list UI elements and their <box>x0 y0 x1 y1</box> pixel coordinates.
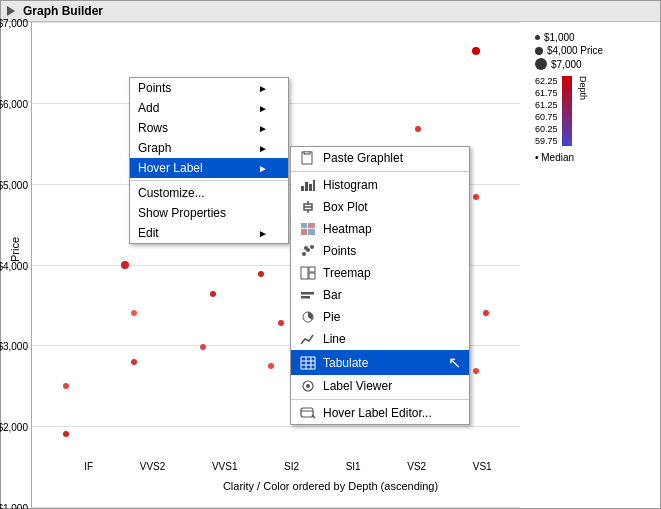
paste-graphlet-icon <box>299 150 317 166</box>
x-tick-SI1: SI1 <box>346 461 361 472</box>
collapse-icon[interactable] <box>7 5 19 17</box>
y-axis-label: Price <box>6 52 24 448</box>
svg-rect-31 <box>301 408 313 417</box>
submenu-item-pie[interactable]: Pie <box>291 306 469 328</box>
x-tick-VVS1: VVS1 <box>212 461 238 472</box>
menu-label-show-properties: Show Properties <box>138 206 226 220</box>
label-viewer-icon <box>299 378 317 394</box>
submenu-label-treemap: Treemap <box>323 266 371 280</box>
submenu-item-treemap[interactable]: Treemap <box>291 262 469 284</box>
heatmap-icon <box>299 221 317 237</box>
legend-price-7000: $7,000 <box>551 59 582 70</box>
window-title: Graph Builder <box>23 4 103 18</box>
submenu-item-points[interactable]: Points <box>291 240 469 262</box>
legend-gradient-labels: 62.25 61.75 61.25 60.75 60.25 59.75 <box>535 76 558 146</box>
svg-rect-22 <box>301 296 310 299</box>
submenu-label-heatmap: Heatmap <box>323 222 372 236</box>
menu-item-hover-label[interactable]: Hover Label ► <box>130 158 288 178</box>
menu-label-graph: Graph <box>138 141 171 155</box>
treemap-icon <box>299 265 317 281</box>
menu-label-points: Points <box>138 81 171 95</box>
chart-area: Median(Price) vs. Clarity & Color $7,000… <box>1 22 660 508</box>
title-bar: Graph Builder <box>1 1 660 22</box>
x-tick-VVS2: VVS2 <box>140 461 166 472</box>
submenu-separator-2 <box>291 399 469 400</box>
menu-item-add[interactable]: Add ► <box>130 98 288 118</box>
svg-rect-1 <box>304 151 310 154</box>
svg-rect-4 <box>309 184 312 191</box>
legend-price-1000: $1,000 <box>544 32 575 43</box>
submenu-item-histogram[interactable]: Histogram <box>291 174 469 196</box>
svg-rect-18 <box>301 267 308 279</box>
legend-gradient-container: 62.25 61.75 61.25 60.75 60.25 59.75 Dept… <box>535 76 655 146</box>
svg-point-30 <box>306 384 310 388</box>
submenu-label-paste-graphlet: Paste Graphlet <box>323 151 403 165</box>
svg-rect-10 <box>301 223 307 228</box>
x-tick-SI2: SI2 <box>284 461 299 472</box>
submenu-label-bar: Bar <box>323 288 342 302</box>
submenu-label-line: Line <box>323 332 346 346</box>
menu-label-add: Add <box>138 101 159 115</box>
submenu-arrow-edit: ► <box>258 228 268 239</box>
svg-rect-5 <box>313 180 315 191</box>
submenu-item-bar[interactable]: Bar <box>291 284 469 306</box>
menu-label-edit: Edit <box>138 226 159 240</box>
submenu-arrow-points: ► <box>258 83 268 94</box>
legend-median-label: • Median <box>535 152 655 163</box>
svg-rect-19 <box>309 267 315 272</box>
cursor-icon: ↖ <box>448 353 461 372</box>
box-plot-icon <box>299 199 317 215</box>
menu-item-graph[interactable]: Graph ► <box>130 138 288 158</box>
submenu-label-label-viewer: Label Viewer <box>323 379 392 393</box>
menu-item-customize[interactable]: Customize... <box>130 183 288 203</box>
svg-rect-24 <box>301 357 315 369</box>
submenu-item-paste-graphlet[interactable]: Paste Graphlet <box>291 147 469 169</box>
menu-item-edit[interactable]: Edit ► <box>130 223 288 243</box>
submenu-item-box-plot[interactable]: Box Plot <box>291 196 469 218</box>
legend: $1,000 $4,000 Price $7,000 62.25 61.75 6… <box>535 32 655 163</box>
submenu-label-box-plot: Box Plot <box>323 200 368 214</box>
graph-builder-window: Graph Builder Median(Price) vs. Clarity … <box>0 0 661 509</box>
x-tick-VS1: VS1 <box>473 461 492 472</box>
hover-label-editor-icon <box>299 405 317 421</box>
legend-depth-label: Depth <box>576 76 588 146</box>
menu-item-points[interactable]: Points ► <box>130 78 288 98</box>
histogram-icon <box>299 177 317 193</box>
menu-item-show-properties[interactable]: Show Properties <box>130 203 288 223</box>
pie-icon <box>299 309 317 325</box>
tabulate-icon <box>299 355 317 371</box>
svg-point-16 <box>310 245 314 249</box>
menu-item-rows[interactable]: Rows ► <box>130 118 288 138</box>
x-tick-VS2: VS2 <box>407 461 426 472</box>
svg-rect-11 <box>308 223 315 228</box>
svg-rect-12 <box>301 229 307 235</box>
svg-point-14 <box>302 252 306 256</box>
svg-rect-3 <box>305 182 308 191</box>
svg-rect-20 <box>309 273 315 279</box>
menu-separator-1 <box>130 180 288 181</box>
bar-icon <box>299 287 317 303</box>
submenu-arrow-add: ► <box>258 103 268 114</box>
submenu-item-tabulate[interactable]: Tabulate ↖ <box>291 350 469 375</box>
submenu-arrow-hover-label: ► <box>258 163 268 174</box>
menu-label-hover-label: Hover Label <box>138 161 203 175</box>
submenu-label-hover-label-editor: Hover Label Editor... <box>323 406 432 420</box>
submenu-label-histogram: Histogram <box>323 178 378 192</box>
submenu-item-line[interactable]: Line <box>291 328 469 350</box>
menu-label-customize: Customize... <box>138 186 205 200</box>
svg-rect-21 <box>301 292 314 295</box>
menu-label-rows: Rows <box>138 121 168 135</box>
submenu-item-label-viewer[interactable]: Label Viewer <box>291 375 469 397</box>
x-axis-label: Clarity / Color ordered by Depth (ascend… <box>1 480 660 492</box>
context-menu-level1: Points ► Add ► Rows ► Graph ► Hover Labe… <box>129 77 289 244</box>
submenu-label-pie: Pie <box>323 310 340 324</box>
svg-rect-2 <box>301 186 304 191</box>
submenu-item-heatmap[interactable]: Heatmap <box>291 218 469 240</box>
x-axis-ticks: IF VVS2 VVS1 SI2 SI1 VS2 VS1 <box>61 461 515 472</box>
svg-rect-13 <box>308 229 315 235</box>
submenu-hover-label: Paste Graphlet Histogram <box>290 146 470 425</box>
submenu-separator-1 <box>291 171 469 172</box>
line-icon <box>299 331 317 347</box>
legend-price-4000: $4,000 Price <box>547 45 603 56</box>
submenu-item-hover-label-editor[interactable]: Hover Label Editor... <box>291 402 469 424</box>
